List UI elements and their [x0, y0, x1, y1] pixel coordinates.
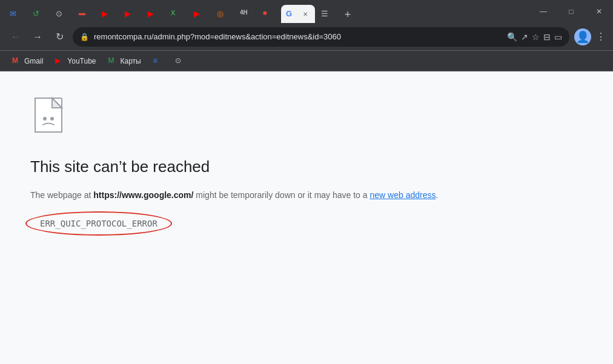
tab-10[interactable]: ◎ — [212, 5, 234, 23]
reload-button[interactable]: ↻ — [51, 28, 68, 45]
tab-6[interactable]: ▶ — [120, 5, 142, 23]
back-button[interactable]: ← — [7, 28, 24, 45]
error-desc-prefix: The webpage at — [30, 190, 93, 200]
forward-button[interactable]: → — [29, 28, 46, 45]
new-tab-button[interactable]: + — [339, 6, 356, 23]
browser-frame: ✉ ↺ ⊙ ▬ ▶ ▶ ▶ X ▶ ◎ 4H ■ — [0, 0, 613, 364]
bookmark-gmail[interactable]: M Gmail — [7, 54, 48, 68]
bookmark-youtube-label: YouTube — [67, 57, 96, 65]
bookmark-gmail-label: Gmail — [24, 57, 43, 65]
tab-9-favicon: ▶ — [194, 9, 204, 19]
error-icon — [30, 96, 74, 139]
tab-2[interactable]: ↺ — [28, 5, 50, 23]
bookmark-youtube[interactable]: ▶ YouTube — [50, 54, 101, 68]
svg-point-1 — [43, 117, 47, 121]
tab-5-favicon: ▶ — [102, 9, 111, 19]
svg-point-2 — [50, 117, 54, 121]
bookmark-4[interactable]: ≡ — [148, 54, 168, 68]
tab-9[interactable]: ▶ — [189, 5, 211, 23]
tab-2-favicon: ↺ — [33, 9, 42, 19]
pip-icon[interactable]: ▭ — [554, 32, 562, 42]
tab-14-favicon: ☰ — [321, 9, 331, 19]
profile-avatar[interactable]: 👤 — [574, 28, 591, 45]
bookmark-5-favicon: ⊙ — [175, 56, 185, 66]
page-content: This site can’t be reached The webpage a… — [0, 71, 613, 364]
gmail-favicon: M — [12, 56, 22, 66]
tab-4[interactable]: ▬ — [74, 5, 96, 23]
error-code: ERR_QUIC_PROTOCOL_ERROR — [30, 214, 167, 233]
tab-3[interactable]: ⊙ — [51, 5, 73, 23]
maximize-button[interactable]: □ — [557, 0, 585, 23]
tab-13-close[interactable]: ✕ — [300, 9, 310, 19]
tab-1[interactable]: ✉ — [5, 5, 27, 23]
url-display: remontcompa.ru/admin.php?mod=editnews&ac… — [94, 32, 502, 41]
error-code-container: ERR_QUIC_PROTOCOL_ERROR — [30, 214, 167, 233]
youtube-favicon: ▶ — [55, 56, 65, 66]
window-controls: — □ ✕ — [529, 0, 613, 23]
minimize-button[interactable]: — — [529, 0, 557, 23]
lock-icon: 🔒 — [80, 33, 89, 41]
tab-10-favicon: ◎ — [217, 9, 227, 19]
tab-7[interactable]: ▶ — [143, 5, 165, 23]
close-button[interactable]: ✕ — [585, 0, 613, 23]
tab-7-favicon: ▶ — [148, 9, 157, 19]
tab-3-favicon: ⊙ — [56, 9, 65, 19]
bookmark-maps[interactable]: M Карты — [104, 54, 146, 68]
error-desc-period: . — [436, 190, 438, 200]
bookmark-icon[interactable]: ☆ — [532, 32, 540, 42]
tab-bar: ✉ ↺ ⊙ ▬ ▶ ▶ ▶ X ▶ ◎ 4H ■ — [0, 0, 613, 23]
tab-11-favicon: 4H — [240, 9, 250, 19]
bookmarks-bar: M Gmail ▶ YouTube M Карты ≡ ⊙ — [0, 51, 613, 71]
tab-4-favicon: ▬ — [79, 9, 88, 19]
error-url: https://www.google.com/ — [93, 190, 193, 200]
address-actions: 🔍 ↗ ☆ ⊟ ▭ — [507, 32, 562, 42]
error-desc-middle: might be temporarily down or it may have… — [193, 190, 369, 200]
tab-12-favicon: ■ — [263, 9, 273, 19]
error-title: This site can’t be reached — [30, 157, 210, 176]
cast-icon[interactable]: ⊟ — [543, 32, 551, 42]
bookmark-5[interactable]: ⊙ — [170, 54, 190, 68]
maps-favicon: M — [108, 56, 118, 66]
extensions-icon[interactable]: ⋮ — [596, 31, 606, 42]
tab-13-favicon: G — [286, 9, 296, 19]
address-bar[interactable]: 🔒 remontcompa.ru/admin.php?mod=editnews&… — [73, 27, 569, 47]
toolbar: ← → ↻ 🔒 remontcompa.ru/admin.php?mod=edi… — [0, 23, 613, 51]
share-icon[interactable]: ↗ — [521, 32, 528, 42]
bookmark-maps-label: Карты — [121, 57, 141, 65]
tab-14[interactable]: ☰ — [316, 5, 338, 23]
tab-8[interactable]: X — [166, 5, 188, 23]
tab-1-favicon: ✉ — [10, 9, 19, 19]
bookmark-4-favicon: ≡ — [153, 56, 163, 66]
tab-5[interactable]: ▶ — [97, 5, 119, 23]
error-description: The webpage at https://www.google.com/ m… — [30, 188, 438, 202]
tab-13-active[interactable]: G ✕ — [281, 5, 315, 23]
tab-8-favicon: X — [171, 9, 181, 19]
tab-11[interactable]: 4H — [235, 5, 257, 23]
search-icon[interactable]: 🔍 — [507, 32, 517, 42]
tab-6-favicon: ▶ — [125, 9, 134, 19]
error-new-address-link[interactable]: new web address — [369, 190, 436, 200]
tab-12[interactable]: ■ — [258, 5, 280, 23]
toolbar-right: 👤 ⋮ — [574, 28, 606, 45]
